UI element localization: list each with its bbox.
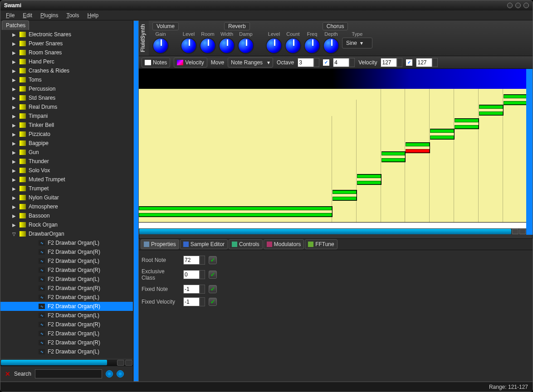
exclusive-class-apply[interactable]: ✓ [209,271,217,279]
tree-item[interactable]: ▶Timpani [0,111,133,121]
tree-item[interactable]: ▶Atmosphere [0,202,133,211]
tree-item[interactable]: ▶Room Snares [0,48,133,57]
tab-properties[interactable]: Properties [141,239,179,249]
tree-child-item[interactable]: ∿F2 Drawbar Organ(L) [0,311,133,320]
knob-width[interactable] [219,38,235,54]
knob-depth[interactable] [323,38,339,54]
tree-item[interactable]: ▶Solo Vox [0,166,133,175]
exclusive-class-input[interactable] [183,270,200,279]
tab-fftune[interactable]: FFTune [305,239,337,249]
tab-sample-editor[interactable]: Sample Editor [180,239,228,249]
note-zone[interactable] [455,118,479,129]
tree-item[interactable]: ▶Pizzicato [0,130,133,139]
tree-item[interactable]: ▶Hand Perc [0,57,133,66]
note-zone[interactable] [357,174,381,185]
tree-child-item[interactable]: ∿F2 Drawbar Organ(R) [0,266,133,275]
reverb-header[interactable]: Reverb [224,22,250,30]
tree-item[interactable]: ▶Trumpet [0,184,133,193]
menu-tools[interactable]: Tools [66,12,79,19]
patches-tab[interactable]: Patches [2,20,29,30]
menu-file[interactable]: File [6,12,15,19]
fixed-note-apply[interactable]: ✓ [209,285,217,293]
velocity-high-input[interactable] [416,58,432,67]
note-ranges-select[interactable]: Note Ranges▾ [228,58,273,68]
knob-gain[interactable] [152,38,169,54]
chorus-header[interactable]: Chorus [323,22,348,30]
tree-child-item[interactable]: ∿F2 Drawbar Organ(L) [0,256,133,266]
menu-plugins[interactable]: Plugins [40,12,58,19]
titlebar[interactable]: Swami [0,0,533,10]
tree-item[interactable]: ▶Muted Trumpet [0,175,133,184]
editor-hscroll[interactable] [139,228,526,235]
maximize-button[interactable] [515,3,521,8]
tree-item[interactable]: ▶Rock Organ [0,220,133,229]
minimize-button[interactable] [507,3,513,8]
volume-header[interactable]: Volume [152,22,179,30]
knob-room[interactable] [200,38,216,54]
tree-item[interactable]: ▶Percussion [0,84,133,93]
note-zone[interactable] [381,151,406,162]
fixed-velocity-input[interactable] [183,297,200,306]
tree-child-item[interactable]: ∿F2 Drawbar Organ(L) [0,275,133,284]
tree-item[interactable]: ▶Thunder [0,157,133,166]
fixed-note-input[interactable] [183,285,200,294]
octave-link-checkbox[interactable]: ✓ [323,59,329,66]
knob-level[interactable] [181,38,197,54]
octave-high-input[interactable] [333,58,349,67]
clear-search-icon[interactable]: ✕ [5,370,10,377]
close-button[interactable] [523,3,529,8]
tree-child-item[interactable]: ∿F2 Drawbar Organ(L) [0,329,133,338]
fixed-velocity-apply[interactable]: ✓ [209,298,217,306]
knob-damp[interactable] [238,38,254,54]
tab-modulators[interactable]: Modulators [264,239,304,249]
tree-child-item[interactable]: ∿F2 Drawbar Organ(R) [0,302,133,311]
type-select[interactable]: Sine ▾ [342,38,372,48]
tree-child-item[interactable]: ∿F2 Drawbar Organ(L) [0,293,133,302]
note-zone[interactable] [430,129,455,140]
notes-button[interactable]: Notes [142,58,170,68]
tree-item[interactable]: ▶Real Drums [0,102,133,111]
tree-child-item[interactable]: ∿F2 Drawbar Organ(R) [0,338,133,347]
velocity-link-checkbox[interactable]: ✓ [406,59,412,66]
tree-child-item[interactable]: ∿F2 Drawbar Organ(R) [0,320,133,329]
root-note-apply[interactable]: ✓ [209,256,217,264]
editor-vscroll[interactable] [526,69,533,235]
velocity-low-input[interactable] [381,58,397,67]
note-zone[interactable] [139,206,333,217]
menu-help[interactable]: Help [87,12,98,19]
note-zone[interactable] [479,105,504,116]
velocity-button[interactable]: Velocity [174,58,207,68]
root-note-input[interactable] [183,256,200,265]
note-range-area[interactable] [139,89,526,222]
tree-item[interactable]: ▶Tinker Bell [0,121,133,130]
tree-child-item[interactable]: ∿F2 Drawbar Organ(R) [0,247,133,256]
horizontal-splitter[interactable] [139,235,533,238]
menu-edit[interactable]: Edit [23,12,32,19]
tree-hscroll[interactable] [0,359,133,366]
tree-item[interactable]: ▶Power Snares [0,39,133,48]
knob-count[interactable] [285,38,301,54]
tree-item[interactable]: ▶Bagpipe [0,139,133,148]
tree-item[interactable]: ▶Std Snares [0,93,133,102]
search-input[interactable] [35,369,102,378]
sidebar-collapser[interactable] [133,20,139,382]
search-next-button[interactable] [117,370,124,377]
tree-item[interactable]: ▶Bassoon [0,211,133,220]
tree-item[interactable]: ▶Nylon Guitar [0,193,133,202]
tab-controls[interactable]: Controls [229,239,263,249]
tree-child-item[interactable]: ∿F2 Drawbar Organ(L) [0,347,133,356]
knob-level[interactable] [266,38,282,54]
tree-item[interactable]: ▶Toms [0,75,133,84]
search-prev-button[interactable] [106,370,113,377]
tree-child-item[interactable]: ∿F2 Drawbar Organ(R) [0,284,133,293]
note-zone[interactable] [333,190,357,201]
tree-item[interactable]: ▶Crashes & Rides [0,66,133,75]
tree-item[interactable]: ▶Gun [0,148,133,157]
knob-freq[interactable] [304,38,320,54]
octave-low-input[interactable] [298,58,314,67]
piano-keyboard[interactable] [139,222,526,228]
tree-child-item[interactable]: ∿F2 Drawbar Organ(L) [0,238,133,247]
tree-item[interactable]: ▶Electronic Snares [0,30,133,39]
note-zone[interactable] [406,142,430,153]
instrument-tree[interactable]: ▶Electronic Snares▶Power Snares▶Room Sna… [0,30,133,359]
